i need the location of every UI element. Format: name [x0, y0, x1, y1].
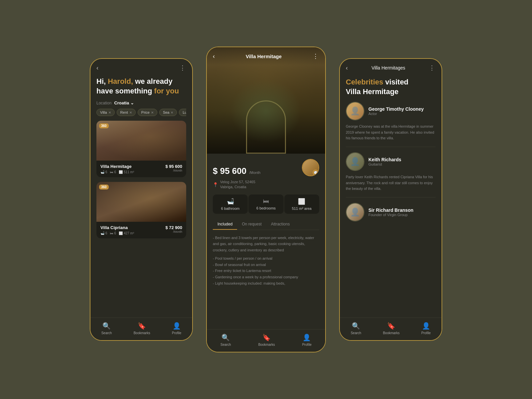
search-icon-3: 🔍	[352, 322, 360, 330]
card1-details: Villa Hermitage 🛁 6 🛏 6 ⬜ 511 m²	[100, 164, 134, 174]
price-row: $ 95 600 /Month 💬	[213, 159, 319, 176]
phone1-top-bar: ‹ ⋮	[90, 59, 192, 74]
property-card-2[interactable]: 360 Villa Cipriana 🛁 6 🛏 6 ⬜ 427 m² $ 72…	[96, 182, 186, 238]
phone3-bottom-nav: 🔍 Search 🔖 Bookmarks 👤 Profile	[340, 318, 442, 340]
nav2-search[interactable]: 🔍 Search	[220, 333, 231, 346]
phone-3: ‹ Villa Hermitages ⋮ Celebrities visited…	[339, 58, 442, 341]
hero-back-button[interactable]: ‹	[213, 53, 215, 60]
card1-title: Villa Hermitage	[100, 164, 134, 169]
remove-villa[interactable]: ✕	[108, 111, 111, 114]
celeb3-name: Sir Richard Branson	[368, 207, 413, 213]
celeb3-role: Founder of Virgin Group	[368, 213, 413, 217]
back-button-3[interactable]: ‹	[346, 65, 348, 71]
included-item-1: - Bed linen and 3 towels per person per …	[213, 235, 319, 253]
filter-villa[interactable]: Villa ✕	[96, 109, 115, 116]
more-options-3[interactable]: ⋮	[429, 64, 436, 71]
included-list: - Bed linen and 3 towels per person per …	[213, 235, 319, 287]
phone-2: ‹ Villa Hermitage ⋮ $ 95 600 /Month 💬 📍 …	[206, 47, 326, 352]
location-value[interactable]: Croatia ⌄	[114, 100, 134, 105]
page-title-3: Villa Hermitages	[371, 65, 405, 70]
included-item-5: - Gardening once a week by a professiona…	[213, 274, 319, 280]
celebrity-card-2[interactable]: 👤 Keith Richards Guitarist Party lover K…	[346, 152, 436, 198]
hero-more-options[interactable]: ⋮	[313, 53, 319, 60]
bookmark-icon: 🔖	[138, 322, 146, 330]
remove-sea[interactable]: ✕	[171, 111, 173, 114]
spec-bedrooms: 🛏 6 bedrooms	[248, 195, 283, 214]
card1-info: Villa Hermitage 🛁 6 🛏 6 ⬜ 511 m² $ 95 60…	[96, 161, 186, 177]
celeb2-desc: Party lover Keith Richards rented Cipria…	[346, 174, 436, 192]
property-card-1[interactable]: 360 Villa Hermitage 🛁 6 🛏 6 ⬜ 511 m² $ 9…	[96, 121, 186, 177]
filter-rent[interactable]: Rent ✕	[117, 109, 136, 116]
more-options-button[interactable]: ⋮	[180, 64, 186, 71]
celeb1-info: George Timothy Clooney Actor	[368, 106, 424, 116]
hero-section: ‹ Villa Hermitage ⋮	[207, 47, 325, 154]
nav3-profile[interactable]: 👤 Profile	[421, 322, 431, 335]
card2-image: 360	[96, 182, 186, 222]
bookmark-icon-2: 🔖	[262, 333, 271, 341]
profile-label: Profile	[172, 331, 181, 335]
nav-search[interactable]: 🔍 Search	[101, 322, 112, 335]
tab-on-request[interactable]: On request	[237, 219, 266, 230]
included-item-3: - Bowl of seasonal fruit on arrival	[213, 262, 319, 268]
bookmark-icon-3: 🔖	[387, 322, 395, 330]
spec-area: ⬜ 511 m²	[119, 170, 134, 174]
celebrity-card-1[interactable]: 👤 George Timothy Clooney Actor George Cl…	[346, 102, 436, 147]
search-label-2: Search	[220, 343, 231, 346]
tab-included[interactable]: Included	[213, 219, 237, 230]
remove-rent[interactable]: ✕	[129, 111, 132, 114]
nav-bookmarks[interactable]: 🔖 Bookmarks	[134, 322, 150, 335]
area-text: 511 m² area	[292, 206, 312, 210]
card2-details: Villa Cipriana 🛁 6 🛏 6 ⬜ 427 m²	[100, 225, 134, 235]
celeb1-role: Actor	[368, 112, 424, 116]
profile-icon-3: 👤	[422, 322, 430, 330]
bookmarks-label-2: Bookmarks	[258, 343, 275, 346]
bookmarks-label: Bookmarks	[134, 331, 150, 335]
spec-bed: 🛏 6	[110, 170, 116, 174]
bed-icon: 🛏	[263, 198, 269, 205]
celeb2-header: 👤 Keith Richards Guitarist	[346, 152, 436, 171]
celebrity-card-3[interactable]: 👤 Sir Richard Branson Founder of Virgin …	[346, 203, 436, 230]
tab-attractions[interactable]: Attractions	[266, 219, 295, 230]
card1-specs: 🛁 6 🛏 6 ⬜ 511 m²	[100, 170, 134, 174]
card1-image: 360	[96, 121, 186, 161]
profile-label-2: Profile	[302, 343, 312, 346]
bath-icon: 🛁	[227, 198, 234, 205]
back-button[interactable]: ‹	[96, 65, 98, 71]
nav3-bookmarks[interactable]: 🔖 Bookmarks	[383, 322, 400, 335]
celeb2-name: Keith Richards	[368, 157, 401, 162]
bath-text: 6 bathroom	[221, 206, 240, 210]
greeting-name: Harold,	[108, 77, 133, 85]
nav-profile[interactable]: 👤 Profile	[172, 322, 181, 335]
nav2-profile[interactable]: 👤 Profile	[302, 333, 312, 346]
celeb1-name: George Timothy Clooney	[368, 106, 424, 112]
celebrities-heading: Celebrities visitedVilla Hermitage	[346, 77, 436, 96]
card1-price-period: /Month	[165, 169, 182, 172]
phone3-top-bar: ‹ Villa Hermitages ⋮	[340, 59, 442, 74]
greeting-text: Hi, Harold, we alreadyhave something for…	[96, 77, 186, 96]
celeb2-avatar: 👤	[346, 152, 364, 171]
card1-price: $ 95 600 /Month	[165, 164, 182, 172]
amenities-tabs: Included On request Attractions	[213, 219, 319, 230]
nav3-search[interactable]: 🔍 Search	[351, 322, 361, 335]
search-label-3: Search	[351, 331, 361, 335]
area-icon: ⬜	[298, 198, 305, 205]
phone-1: ‹ ⋮ Hi, Harold, we alreadyhave something…	[90, 58, 193, 341]
badge-360: 360	[99, 123, 109, 128]
profile-label-3: Profile	[421, 331, 431, 335]
hero-top-bar: ‹ Villa Hermitage ⋮	[207, 47, 325, 65]
celeb1-avatar: 👤	[346, 102, 364, 120]
spec-bathroom: 🛁 6 bathroom	[213, 195, 248, 214]
owner-avatar[interactable]: 💬	[302, 159, 319, 176]
included-item-4: - Free entry ticket to Lanterna resort	[213, 268, 319, 274]
filter-price[interactable]: Price ✕	[138, 109, 157, 116]
nav2-bookmarks[interactable]: 🔖 Bookmarks	[258, 333, 275, 346]
bed-text: 6 bedrooms	[256, 206, 276, 210]
celeb1-header: 👤 George Timothy Clooney Actor	[346, 102, 436, 120]
main-price: $ 95 600	[213, 166, 246, 176]
spec-area: ⬜ 511 m² area	[284, 195, 319, 214]
phone1-bottom-nav: 🔍 Search 🔖 Bookmarks 👤 Profile	[90, 318, 192, 340]
filter-sea[interactable]: Sea ✕	[159, 109, 177, 116]
location-row: Location Croatia ⌄	[96, 100, 186, 105]
remove-price[interactable]: ✕	[151, 111, 154, 114]
filter-lux[interactable]: Luxu…	[179, 109, 186, 116]
